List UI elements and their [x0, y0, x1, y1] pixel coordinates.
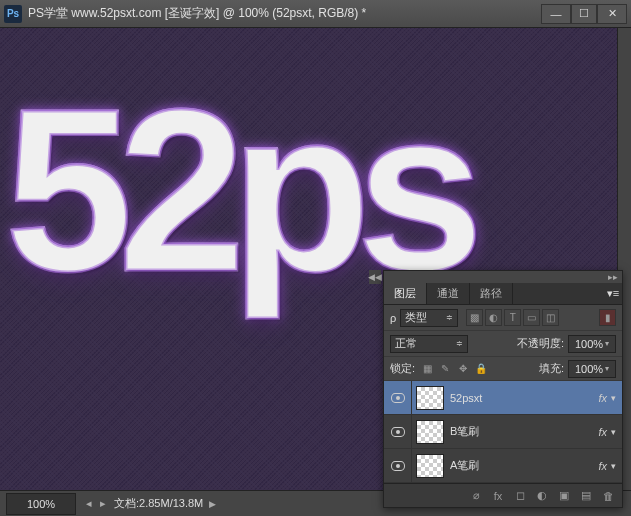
filter-adjust-icon[interactable]: ◐	[485, 309, 502, 326]
fill-value[interactable]: 100% ▾	[568, 360, 616, 378]
lock-all-icon[interactable]: 🔒	[473, 361, 489, 377]
tab-layers[interactable]: 图层	[384, 283, 427, 304]
panel-collapse-icon[interactable]: ◀◀	[369, 270, 381, 284]
layer-mask-icon[interactable]: ◻	[512, 488, 528, 504]
chevron-down-icon: ≑	[446, 313, 453, 322]
doc-size-value: 2.85M/13.8M	[139, 497, 203, 509]
fx-badge[interactable]: fx	[598, 460, 607, 472]
new-layer-icon[interactable]: ▤	[578, 488, 594, 504]
doc-size-info: 文档:2.85M/13.8M	[114, 496, 203, 511]
window-titlebar: Ps PS学堂 www.52psxt.com [圣诞字效] @ 100% (52…	[0, 0, 631, 28]
fx-expand-icon[interactable]: ▾	[611, 427, 616, 437]
chevron-down-icon: ▾	[605, 364, 609, 373]
layer-name[interactable]: A笔刷	[450, 458, 598, 473]
doc-label: 文档:	[114, 497, 139, 509]
panel-dock-icon[interactable]: ▸▸	[606, 271, 620, 283]
visibility-toggle[interactable]	[384, 449, 412, 482]
layer-item[interactable]: 52psxt fx ▾	[384, 381, 622, 415]
layer-thumbnail[interactable]	[416, 386, 444, 410]
window-title: PS学堂 www.52psxt.com [圣诞字效] @ 100% (52psx…	[28, 5, 541, 22]
layer-thumbnail[interactable]	[416, 454, 444, 478]
panel-menu-icon[interactable]: ▾≡	[604, 283, 622, 304]
chevron-down-icon: ≑	[456, 339, 463, 348]
blend-opacity-row: 正常 ≑ 不透明度: 100% ▾	[384, 331, 622, 357]
eye-icon	[391, 427, 405, 437]
chevron-down-icon: ▾	[605, 339, 609, 348]
window-controls: — ☐ ✕	[541, 4, 627, 24]
panel-bottom-toolbar: ⌀ fx ◻ ◐ ▣ ▤ 🗑	[384, 483, 622, 507]
filter-pixel-icon[interactable]: ▩	[466, 309, 483, 326]
layer-filter-row: ρ 类型 ≑ ▩ ◐ T ▭ ◫ ▮	[384, 305, 622, 331]
delete-layer-icon[interactable]: 🗑	[600, 488, 616, 504]
layer-item[interactable]: A笔刷 fx ▾	[384, 449, 622, 483]
filter-shape-icon[interactable]: ▭	[523, 309, 540, 326]
blend-mode-dropdown[interactable]: 正常 ≑	[390, 335, 468, 353]
lock-transparent-icon[interactable]: ▦	[419, 361, 435, 377]
status-next-icon[interactable]: ▸	[96, 497, 110, 511]
opacity-value[interactable]: 100% ▾	[568, 335, 616, 353]
fx-expand-icon[interactable]: ▾	[611, 461, 616, 471]
filter-toggle[interactable]: ▮	[599, 309, 616, 326]
maximize-button[interactable]: ☐	[571, 4, 597, 24]
layer-name[interactable]: B笔刷	[450, 424, 598, 439]
kind-value: 类型	[405, 310, 427, 325]
opacity-text: 100%	[575, 338, 603, 350]
filter-smart-icon[interactable]: ◫	[542, 309, 559, 326]
lock-label: 锁定:	[390, 361, 415, 376]
layer-kind-dropdown[interactable]: 类型 ≑	[400, 309, 458, 327]
fx-badge[interactable]: fx	[598, 392, 607, 404]
minimize-button[interactable]: —	[541, 4, 571, 24]
fx-badge[interactable]: fx	[598, 426, 607, 438]
app-icon: Ps	[4, 5, 22, 23]
status-menu-icon[interactable]: ▶	[209, 499, 216, 509]
eye-icon	[391, 393, 405, 403]
layers-panel: ▸▸ 图层 通道 路径 ▾≡ ρ 类型 ≑ ▩ ◐ T ▭ ◫ ▮ 正常 ≑ 不…	[383, 270, 623, 508]
layer-item[interactable]: B笔刷 fx ▾	[384, 415, 622, 449]
blend-mode-value: 正常	[395, 336, 417, 351]
lock-position-icon[interactable]: ✥	[455, 361, 471, 377]
eye-icon	[391, 461, 405, 471]
fill-label: 填充:	[539, 361, 564, 376]
panel-tabs: 图层 通道 路径 ▾≡	[384, 283, 622, 305]
group-icon[interactable]: ▣	[556, 488, 572, 504]
tab-channels[interactable]: 通道	[427, 283, 470, 304]
zoom-level[interactable]: 100%	[6, 493, 76, 515]
visibility-toggle[interactable]	[384, 381, 412, 414]
close-button[interactable]: ✕	[597, 4, 627, 24]
lock-fill-row: 锁定: ▦ ✎ ✥ 🔒 填充: 100% ▾	[384, 357, 622, 381]
layer-list: 52psxt fx ▾ B笔刷 fx ▾ A笔刷 fx ▾	[384, 381, 622, 483]
status-prev-icon[interactable]: ◂	[82, 497, 96, 511]
link-layers-icon[interactable]: ⌀	[468, 488, 484, 504]
tab-paths[interactable]: 路径	[470, 283, 513, 304]
layer-thumbnail[interactable]	[416, 420, 444, 444]
fill-text: 100%	[575, 363, 603, 375]
fx-expand-icon[interactable]: ▾	[611, 393, 616, 403]
lock-icons: ▦ ✎ ✥ 🔒	[419, 361, 489, 377]
opacity-label: 不透明度:	[517, 336, 564, 351]
filter-icons: ▩ ◐ T ▭ ◫	[466, 309, 559, 326]
kind-label-icon: ρ	[390, 312, 396, 324]
layer-name[interactable]: 52psxt	[450, 392, 598, 404]
layer-style-icon[interactable]: fx	[490, 488, 506, 504]
lock-pixels-icon[interactable]: ✎	[437, 361, 453, 377]
filter-type-icon[interactable]: T	[504, 309, 521, 326]
adjustment-layer-icon[interactable]: ◐	[534, 488, 550, 504]
visibility-toggle[interactable]	[384, 415, 412, 448]
